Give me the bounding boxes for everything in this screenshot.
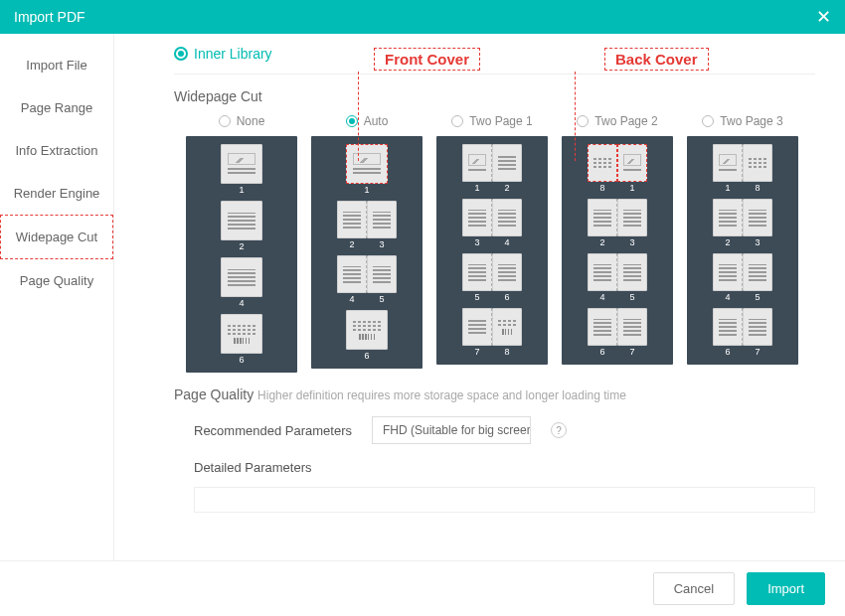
dialog-header: Import PDF ✕ xyxy=(0,0,845,34)
radio-icon xyxy=(702,115,714,127)
annotation-back-cover: Back Cover xyxy=(604,48,709,71)
radio-icon xyxy=(219,115,231,127)
sidebar-item-info-extraction[interactable]: Info Extraction xyxy=(0,129,113,172)
page-quality-title: Page Quality Higher definition requires … xyxy=(174,386,815,402)
inner-library-label: Inner Library xyxy=(194,46,272,62)
main-content: Inner Library Widepage Cut None 1 2 4 6 … xyxy=(114,34,845,560)
recommended-label: Recommended Parameters xyxy=(194,423,352,438)
sidebar-item-widepage-cut[interactable]: Widepage Cut xyxy=(0,215,113,259)
preview-tp3: 18 23 45 67 xyxy=(687,136,798,365)
radio-checked-icon xyxy=(346,115,358,127)
annotation-line-back xyxy=(575,72,576,161)
annotation-front-cover: Front Cover xyxy=(374,48,480,71)
sidebar: Import File Page Range Info Extraction R… xyxy=(0,34,114,560)
preview-none: 1 2 4 6 xyxy=(186,136,297,373)
preview-tp1: 12 34 56 78 xyxy=(436,136,548,365)
inner-library-radio[interactable]: Inner Library xyxy=(174,46,815,75)
back-cover-page xyxy=(588,144,617,182)
sidebar-item-page-quality[interactable]: Page Quality xyxy=(0,259,113,302)
front-cover-page xyxy=(346,144,388,184)
detailed-params-label: Detailed Parameters xyxy=(194,460,815,475)
dialog-title: Import PDF xyxy=(14,9,85,25)
option-none[interactable]: None 1 2 4 6 xyxy=(186,114,297,373)
annotation-line-front xyxy=(358,72,359,161)
close-icon[interactable]: ✕ xyxy=(816,6,831,28)
option-two-page-3[interactable]: Two Page 3 18 23 45 67 xyxy=(687,114,798,373)
import-button[interactable]: Import xyxy=(747,572,825,605)
radio-checked-icon xyxy=(174,47,188,61)
option-two-page-1[interactable]: Two Page 1 12 34 56 78 xyxy=(436,114,548,373)
help-icon[interactable]: ? xyxy=(551,422,567,438)
recommended-select[interactable]: FHD (Suitable for big screen xyxy=(372,416,531,444)
preview-auto: 1 23 45 6 xyxy=(311,136,422,369)
option-two-page-2[interactable]: Two Page 2 81 23 45 67 xyxy=(562,114,673,373)
preview-tp2: 81 23 45 67 xyxy=(562,136,673,365)
widepage-cut-title: Widepage Cut xyxy=(174,88,815,104)
detailed-params-box xyxy=(194,487,815,513)
cancel-button[interactable]: Cancel xyxy=(653,572,735,605)
widepage-options-row: None 1 2 4 6 Auto 1 23 45 6 xyxy=(186,114,815,373)
sidebar-item-import-file[interactable]: Import File xyxy=(0,44,113,86)
radio-icon xyxy=(577,115,589,127)
option-auto[interactable]: Auto 1 23 45 6 xyxy=(311,114,422,373)
page-quality-hint: Higher definition requires more storage … xyxy=(257,388,626,402)
sidebar-item-page-range[interactable]: Page Range xyxy=(0,86,113,129)
dialog-footer: Cancel Import xyxy=(0,560,845,616)
radio-icon xyxy=(451,115,463,127)
sidebar-item-render-engine[interactable]: Render Engine xyxy=(0,172,113,215)
